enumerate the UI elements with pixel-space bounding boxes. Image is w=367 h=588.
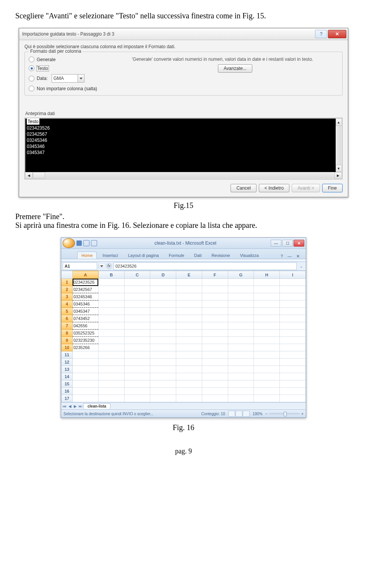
row-header[interactable]: 1 bbox=[62, 279, 73, 286]
cell[interactable] bbox=[280, 293, 306, 300]
cell[interactable] bbox=[254, 293, 280, 300]
cell[interactable] bbox=[202, 373, 228, 380]
cell[interactable] bbox=[176, 344, 202, 351]
cell[interactable] bbox=[98, 366, 124, 373]
cell[interactable] bbox=[124, 315, 150, 322]
date-format-combo[interactable]: GMA bbox=[52, 74, 84, 83]
window-close-button[interactable]: ✕ bbox=[294, 240, 304, 247]
row-header[interactable]: 9 bbox=[62, 337, 73, 344]
cell[interactable] bbox=[124, 279, 150, 286]
cell[interactable]: 023235230 bbox=[73, 337, 99, 344]
cell[interactable] bbox=[98, 373, 124, 380]
row-header[interactable]: 3 bbox=[62, 293, 73, 300]
cell[interactable] bbox=[150, 388, 176, 395]
cell[interactable] bbox=[228, 380, 254, 388]
cell[interactable] bbox=[150, 351, 176, 359]
cell[interactable] bbox=[254, 322, 280, 330]
cell[interactable] bbox=[202, 300, 228, 308]
cell[interactable] bbox=[228, 308, 254, 315]
cell[interactable]: 02342567 bbox=[73, 286, 99, 293]
column-header[interactable]: G bbox=[228, 271, 254, 279]
cell[interactable] bbox=[254, 366, 280, 373]
cell[interactable] bbox=[73, 351, 99, 359]
cell[interactable] bbox=[150, 300, 176, 308]
help-button[interactable]: ? bbox=[315, 30, 327, 38]
cell[interactable] bbox=[202, 279, 228, 286]
cell[interactable] bbox=[280, 373, 306, 380]
cell[interactable] bbox=[280, 351, 306, 359]
vertical-scrollbar[interactable]: ▲ ▼ bbox=[336, 119, 342, 172]
advanced-button[interactable]: Avanzate... bbox=[218, 64, 252, 73]
cell[interactable] bbox=[228, 315, 254, 322]
zoom-out-icon[interactable]: − bbox=[265, 412, 268, 416]
row-header[interactable]: 7 bbox=[62, 322, 73, 330]
cell[interactable] bbox=[254, 395, 280, 402]
cell[interactable] bbox=[176, 315, 202, 322]
cell[interactable] bbox=[254, 373, 280, 380]
cell[interactable] bbox=[228, 293, 254, 300]
cell[interactable] bbox=[98, 330, 124, 337]
scroll-left-icon[interactable]: ◀ bbox=[25, 172, 32, 179]
cell[interactable] bbox=[254, 315, 280, 322]
cell[interactable] bbox=[202, 330, 228, 337]
undo-icon[interactable] bbox=[83, 240, 89, 246]
view-layout-icon[interactable] bbox=[235, 411, 242, 417]
cell[interactable] bbox=[228, 388, 254, 395]
cell[interactable] bbox=[202, 388, 228, 395]
cell[interactable] bbox=[150, 359, 176, 366]
scroll-right-icon[interactable]: ▶ bbox=[335, 172, 342, 179]
row-header[interactable]: 10 bbox=[62, 344, 73, 351]
cell[interactable] bbox=[124, 359, 150, 366]
cell[interactable] bbox=[124, 337, 150, 344]
cell[interactable] bbox=[176, 286, 202, 293]
cell[interactable] bbox=[98, 279, 124, 286]
cell[interactable] bbox=[98, 351, 124, 359]
cell[interactable] bbox=[150, 380, 176, 388]
cell[interactable] bbox=[202, 359, 228, 366]
tab-visualizza[interactable]: Visualizza bbox=[236, 252, 263, 259]
column-header[interactable]: C bbox=[124, 271, 150, 279]
cell[interactable] bbox=[254, 308, 280, 315]
column-header[interactable]: F bbox=[202, 271, 228, 279]
cell[interactable] bbox=[176, 308, 202, 315]
formula-bar[interactable]: 023423526 bbox=[114, 262, 297, 270]
cell[interactable] bbox=[176, 337, 202, 344]
row-header[interactable]: 5 bbox=[62, 308, 73, 315]
cell[interactable] bbox=[254, 388, 280, 395]
sheet-tab[interactable]: clean-lista bbox=[83, 403, 110, 409]
radio-data[interactable]: Data: GMA bbox=[29, 74, 117, 83]
cell[interactable] bbox=[98, 380, 124, 388]
column-header[interactable]: H bbox=[254, 271, 280, 279]
cell[interactable] bbox=[202, 293, 228, 300]
cell[interactable] bbox=[280, 286, 306, 293]
cell[interactable] bbox=[228, 322, 254, 330]
close-button[interactable]: ✕ bbox=[328, 30, 346, 38]
cell[interactable] bbox=[280, 388, 306, 395]
cell[interactable]: 023423526 bbox=[73, 279, 99, 286]
fx-icon[interactable]: fx bbox=[106, 263, 112, 269]
tab-dati[interactable]: Dati bbox=[190, 252, 206, 259]
cell[interactable] bbox=[228, 373, 254, 380]
cell[interactable]: 035252325 bbox=[73, 330, 99, 337]
cell[interactable] bbox=[280, 300, 306, 308]
cell[interactable] bbox=[73, 388, 99, 395]
name-box[interactable]: A1 bbox=[63, 262, 97, 270]
cell[interactable] bbox=[202, 395, 228, 402]
cell[interactable] bbox=[228, 359, 254, 366]
cell[interactable] bbox=[254, 359, 280, 366]
cell[interactable] bbox=[254, 344, 280, 351]
cell[interactable] bbox=[202, 322, 228, 330]
row-header[interactable]: 4 bbox=[62, 300, 73, 308]
sheet-nav-prev[interactable]: ◀ bbox=[67, 404, 73, 408]
cell[interactable] bbox=[228, 344, 254, 351]
cell[interactable] bbox=[176, 373, 202, 380]
cell[interactable] bbox=[176, 366, 202, 373]
cell[interactable] bbox=[254, 380, 280, 388]
zoom-in-icon[interactable]: + bbox=[301, 412, 304, 416]
cell[interactable] bbox=[98, 344, 124, 351]
cell[interactable] bbox=[124, 308, 150, 315]
cell[interactable] bbox=[228, 330, 254, 337]
cell[interactable] bbox=[176, 330, 202, 337]
cell[interactable] bbox=[73, 359, 99, 366]
column-header[interactable]: A bbox=[73, 271, 99, 279]
